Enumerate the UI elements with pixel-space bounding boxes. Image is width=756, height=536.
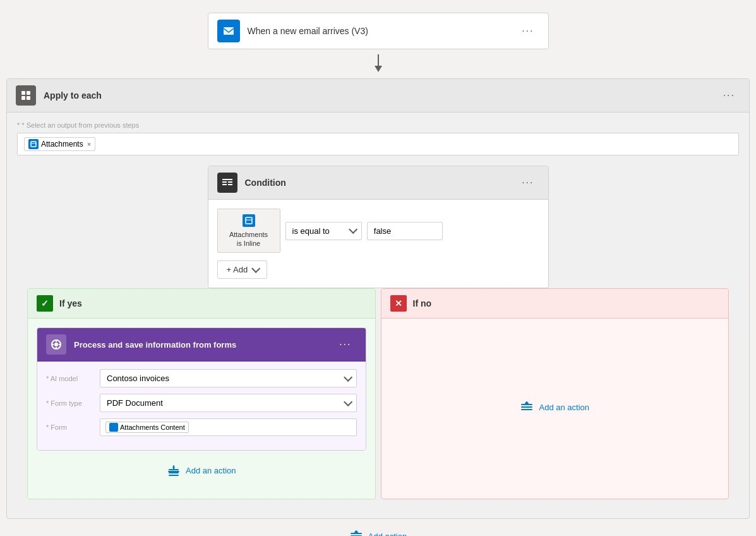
ai-model-label: * * AI modelAI model — [46, 375, 93, 382]
condition-more-button[interactable]: ··· — [517, 174, 539, 191]
svg-marker-2 — [375, 66, 382, 72]
svg-rect-29 — [521, 406, 532, 408]
condition-add-chevron — [251, 264, 260, 272]
bottom-add-action[interactable]: Add action — [0, 519, 756, 536]
check-icon: ✓ — [37, 295, 53, 312]
trigger-title: When a new email arrives (V3) — [240, 26, 517, 36]
condition-header: Condition ··· — [208, 166, 548, 200]
arrow-connector — [0, 54, 756, 73]
condition-row: Attachments is Inline is equal to false — [217, 209, 539, 253]
condition-operator-label: is equal to — [292, 226, 330, 236]
output-label-text: * Select an output from previous steps — [21, 121, 139, 129]
form-row: * Form Attachments Content — [46, 418, 357, 436]
process-block: Process and save information from forms … — [37, 327, 366, 451]
svg-rect-6 — [27, 96, 30, 100]
condition-icon — [217, 173, 237, 193]
output-field-label: * * Select an output from previous steps — [17, 121, 739, 129]
svg-rect-11 — [222, 184, 227, 185]
condition-left-line2: is Inline — [237, 240, 260, 247]
condition-body: Attachments is Inline is equal to false — [208, 200, 548, 288]
process-more-button[interactable]: ··· — [334, 336, 356, 353]
if-yes-section: ✓ If yes — [27, 288, 376, 499]
svg-rect-10 — [228, 181, 232, 183]
process-header: Process and save information from forms … — [37, 328, 366, 362]
bottom-add-action-link[interactable]: Add action — [368, 532, 407, 537]
form-tag-input[interactable]: Attachments Content — [100, 418, 357, 436]
apply-to-each-more-button[interactable]: ··· — [718, 87, 740, 104]
form-tag-icon — [109, 423, 118, 432]
if-no-add-action-icon — [520, 400, 534, 414]
attachments-tag-close[interactable]: × — [87, 140, 91, 148]
svg-rect-0 — [224, 27, 234, 35]
split-container: ✓ If yes — [27, 288, 729, 499]
x-icon: ✕ — [390, 295, 407, 312]
ai-model-row: * * AI modelAI model Contoso invoices — [46, 369, 357, 387]
condition-left-icon — [243, 214, 255, 227]
condition-add-btn-inner[interactable]: + Add — [217, 260, 268, 279]
form-type-select[interactable]: PDF Document — [100, 394, 357, 412]
condition-add-button[interactable]: + Add — [217, 260, 539, 279]
bottom-add-action-icon — [349, 529, 363, 536]
svg-rect-9 — [222, 181, 227, 183]
apply-to-each-icon — [16, 85, 36, 106]
condition-operator-chevron — [349, 225, 357, 234]
if-no-section: ✕ If no — [381, 288, 729, 499]
process-icon — [46, 334, 66, 355]
canvas: When a new email arrives (V3) ··· Apply … — [0, 0, 756, 536]
form-tag-label: Attachments Content — [120, 423, 185, 431]
ai-model-select[interactable]: Contoso invoices — [100, 369, 357, 387]
attachments-tag-label: Attachments — [41, 140, 83, 149]
if-no-header: ✕ If no — [381, 289, 729, 319]
if-yes-add-action[interactable]: Add an action — [37, 451, 366, 490]
condition-left-operand: Attachments is Inline — [217, 209, 280, 253]
svg-rect-5 — [21, 96, 25, 100]
if-yes-header: ✓ If yes — [28, 289, 375, 319]
svg-rect-12 — [228, 184, 232, 185]
attachments-tag: Attachments × — [24, 137, 95, 151]
condition-value-input[interactable]: false — [367, 222, 443, 240]
svg-rect-33 — [525, 403, 529, 404]
apply-to-each-body: * * Select an output from previous steps… — [7, 113, 749, 518]
form-label: * Form — [46, 423, 93, 431]
form-type-row: * Form type PDF Document — [46, 394, 357, 412]
svg-rect-30 — [521, 409, 532, 410]
if-yes-add-action-link[interactable]: Add an action — [186, 466, 236, 475]
condition-left-line1: Attachments — [229, 231, 268, 238]
svg-rect-25 — [169, 475, 179, 476]
trigger-icon — [217, 20, 240, 42]
if-yes-add-action-icon — [167, 463, 181, 477]
form-type-chevron — [344, 397, 352, 406]
condition-title: Condition — [237, 178, 517, 188]
output-tag-input[interactable]: Attachments × — [17, 133, 739, 155]
svg-point-17 — [54, 343, 58, 346]
condition-operator-select[interactable]: is equal to — [285, 222, 362, 240]
svg-rect-4 — [27, 91, 30, 95]
svg-rect-39 — [354, 532, 358, 533]
if-yes-body: Process and save information from forms … — [28, 319, 375, 499]
apply-to-each-header: Apply to each ··· — [7, 79, 749, 113]
process-body: * * AI modelAI model Contoso invoices — [37, 362, 366, 450]
process-title: Process and save information from forms — [66, 340, 334, 350]
condition-wrapper: Condition ··· — [27, 166, 729, 288]
apply-to-each-title: Apply to each — [36, 90, 718, 100]
if-yes-title: If yes — [53, 298, 82, 308]
trigger-more-button[interactable]: ··· — [517, 23, 539, 39]
if-no-add-action-link[interactable]: Add an action — [539, 403, 589, 412]
form-type-label: * Form type — [46, 399, 93, 407]
if-no-add-action[interactable]: Add an action — [520, 387, 589, 427]
ai-model-req: * — [46, 375, 51, 382]
if-no-title: If no — [407, 298, 432, 308]
ai-model-value: Contoso invoices — [107, 374, 169, 383]
svg-rect-7 — [31, 142, 36, 147]
if-no-body: Add an action — [381, 319, 729, 496]
form-tag: Attachments Content — [105, 422, 189, 433]
svg-rect-3 — [21, 91, 25, 95]
condition-block: Condition ··· — [208, 166, 549, 288]
svg-rect-14 — [246, 217, 252, 224]
attachments-tag-icon — [28, 139, 39, 149]
trigger-block: When a new email arrives (V3) ··· — [208, 13, 549, 49]
svg-rect-13 — [222, 179, 232, 180]
svg-rect-26 — [168, 471, 179, 472]
svg-rect-27 — [172, 466, 174, 468]
condition-add-label: + Add — [227, 265, 248, 274]
